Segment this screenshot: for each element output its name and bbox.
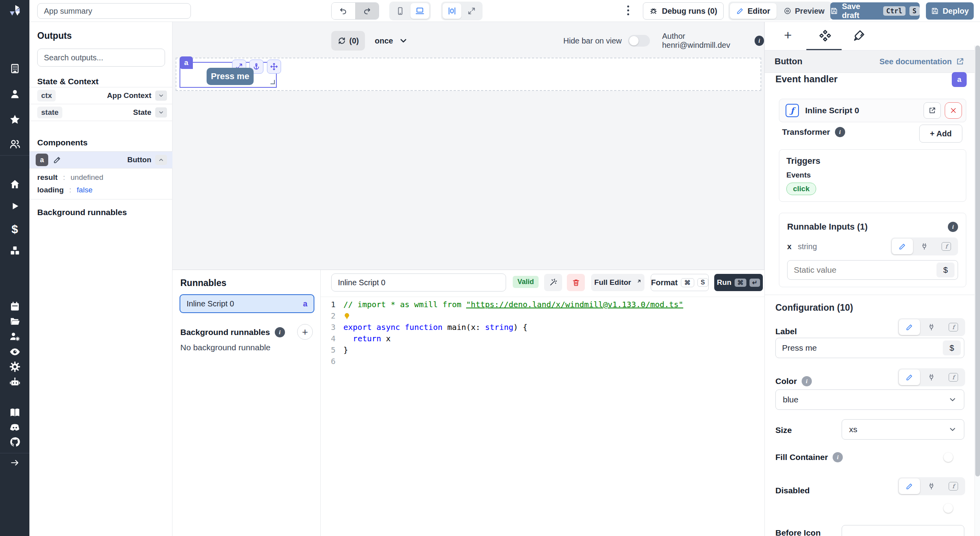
center-align-button[interactable] (443, 3, 461, 19)
remove-script-button[interactable] (945, 102, 962, 119)
static-value-field[interactable]: $ (787, 260, 958, 280)
press-me-button[interactable]: Press me (207, 68, 254, 85)
mobile-view-button[interactable] (391, 3, 410, 19)
full-editor-button[interactable]: Full Editor (591, 274, 644, 291)
connect-mode-button[interactable] (914, 239, 935, 254)
format-button[interactable]: Format ⌘ S (651, 274, 709, 291)
static-mode-button[interactable] (892, 239, 913, 254)
static-mode-button[interactable] (899, 319, 920, 335)
code-area[interactable]: 1// import * as wmill from "https://deno… (321, 297, 764, 536)
add-transformer-button[interactable]: + Add (919, 125, 962, 143)
code-line: 6 (321, 356, 764, 367)
static-mode-button[interactable] (899, 478, 920, 494)
see-documentation-link[interactable]: See documentation (880, 57, 964, 66)
ai-assist-button[interactable] (544, 274, 562, 291)
component-collapse-button[interactable] (155, 155, 167, 165)
refresh-button[interactable]: (0) (331, 31, 365, 51)
sidebar-item-home[interactable] (0, 179, 29, 190)
sidebar-item-discord[interactable] (0, 422, 29, 433)
run-button[interactable]: Run ⌘ ↵ (714, 274, 763, 291)
debug-runs-button[interactable]: Debug runs (0) (643, 2, 724, 20)
sidebar-item-resources[interactable] (0, 245, 29, 256)
move-handle[interactable] (267, 60, 281, 74)
output-row-ctx[interactable]: ctx App Context (29, 87, 172, 104)
connect-mode-button[interactable] (921, 369, 942, 385)
sidebar-item-workspace[interactable] (0, 63, 29, 74)
inline-script-card[interactable]: ƒ Inline Script 0 (779, 99, 966, 122)
state-expand-button[interactable] (155, 107, 167, 118)
tab-insert-component[interactable]: + (784, 27, 792, 43)
label-value-input[interactable] (782, 343, 943, 353)
sidebar-item-ai[interactable] (0, 377, 29, 388)
app-logo[interactable] (0, 0, 29, 22)
sidebar-item-favorites[interactable] (0, 114, 29, 125)
component-tag-tab[interactable]: a (180, 56, 193, 69)
sidebar-item-schedules[interactable] (0, 301, 29, 312)
delete-script-button[interactable] (567, 274, 585, 291)
eval-mode-button[interactable]: f (943, 478, 964, 494)
size-select[interactable]: xs (842, 419, 964, 440)
sidebar-item-groups[interactable] (0, 138, 29, 150)
size-select-value: xs (849, 425, 857, 434)
info-icon[interactable]: i (835, 127, 845, 137)
scrollbar-thumb[interactable] (975, 45, 980, 476)
info-icon[interactable]: i (948, 222, 958, 232)
connect-mode-button[interactable] (921, 319, 942, 335)
save-draft-button[interactable]: Save draft Ctrl S (830, 2, 920, 20)
info-icon[interactable]: i (275, 327, 285, 337)
sidebar-item-docs[interactable] (0, 407, 29, 418)
sidebar-item-settings[interactable] (0, 361, 29, 373)
result-row[interactable]: result : undefined (37, 173, 103, 182)
connect-mode-button[interactable] (921, 478, 942, 494)
user-group-icon (9, 138, 21, 150)
tab-component-settings[interactable] (818, 29, 832, 42)
before-icon-select[interactable] (842, 525, 964, 536)
redo-button[interactable] (355, 2, 379, 20)
sidebar-item-variables[interactable]: $ (0, 223, 29, 236)
editor-tab[interactable]: Editor (730, 3, 777, 19)
more-options-button[interactable] (627, 5, 630, 15)
static-value-input[interactable] (794, 265, 936, 275)
label-value-field[interactable]: $ (775, 338, 964, 358)
info-icon[interactable]: i (833, 452, 843, 462)
template-var-button[interactable]: $ (943, 340, 961, 355)
sidebar-item-audit-logs[interactable] (0, 346, 29, 358)
sidebar-item-github[interactable] (0, 436, 29, 448)
sidebar-item-user[interactable] (0, 89, 29, 100)
hide-bar-toggle[interactable] (628, 35, 650, 47)
component-row-a[interactable]: a Button (29, 151, 172, 168)
right-panel-scrollbar[interactable] (975, 45, 980, 536)
desktop-view-button[interactable] (410, 3, 429, 19)
loading-row[interactable]: loading : false (37, 186, 93, 194)
lightbulb-icon[interactable] (343, 312, 350, 321)
color-select[interactable]: blue (775, 389, 964, 410)
runnable-item[interactable]: Inline Script 0 a (180, 294, 314, 313)
preview-tab[interactable]: Preview (777, 3, 831, 19)
sidebar-item-runs[interactable] (0, 201, 29, 211)
add-background-runnable-button[interactable]: + (297, 324, 313, 340)
ctx-expand-button[interactable] (155, 91, 167, 101)
app-canvas[interactable]: (0) once Hide bar on view Author henri@w… (172, 22, 764, 270)
eval-mode-button[interactable]: f (936, 239, 957, 254)
static-mode-button[interactable] (899, 369, 920, 385)
sidebar-item-workers[interactable] (0, 331, 29, 342)
output-row-state[interactable]: state State (29, 104, 172, 121)
eval-mode-button[interactable]: f (943, 319, 964, 335)
undo-button[interactable] (332, 2, 355, 20)
resize-corner-handle[interactable] (270, 80, 275, 84)
template-var-button[interactable]: $ (936, 263, 955, 277)
fullscreen-button[interactable] (462, 3, 481, 19)
search-outputs-input[interactable] (37, 49, 165, 67)
eval-mode-button[interactable]: f (943, 369, 964, 385)
open-script-button[interactable] (924, 102, 941, 119)
sidebar-item-folders[interactable] (0, 316, 29, 327)
info-icon[interactable]: i (755, 36, 764, 46)
tab-styling[interactable] (853, 29, 866, 42)
collapse-sidebar-button[interactable] (0, 458, 29, 468)
deploy-button[interactable]: Deploy (926, 2, 974, 20)
script-name-input[interactable] (331, 273, 506, 292)
edit-pencil-icon[interactable] (53, 156, 62, 164)
info-icon[interactable]: i (802, 376, 812, 386)
refresh-mode-dropdown[interactable]: once (375, 31, 408, 51)
app-summary-input[interactable] (37, 3, 191, 19)
